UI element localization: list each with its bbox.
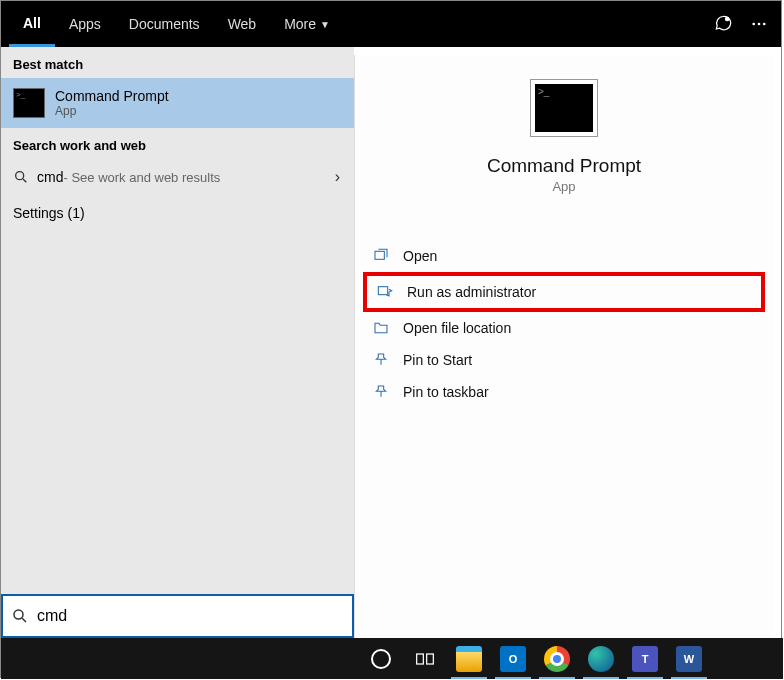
tab-all[interactable]: All [9,1,55,47]
tab-apps-label: Apps [69,16,101,32]
action-pin-to-taskbar[interactable]: Pin to taskbar [363,376,765,408]
svg-point-0 [726,17,729,20]
action-pin-to-start[interactable]: Pin to Start [363,344,765,376]
more-options-icon[interactable] [745,10,773,38]
cortana-button[interactable] [359,638,403,679]
taskbar-chrome[interactable] [535,638,579,679]
word-icon: W [676,646,702,672]
taskbar-edge[interactable] [579,638,623,679]
svg-line-5 [23,179,26,182]
cortana-icon [371,649,391,669]
search-web-result[interactable]: cmd - See work and web results › [1,159,354,195]
taskbar-teams[interactable]: T [623,638,667,679]
settings-label: Settings (1) [13,205,85,221]
chevron-down-icon: ▼ [320,19,330,30]
command-prompt-icon [13,88,45,118]
tab-web[interactable]: Web [214,1,271,47]
app-large-icon [530,79,598,137]
preview-panel: Command Prompt App Open Run as administr… [354,55,773,669]
pin-icon [373,384,389,400]
action-pin-taskbar-label: Pin to taskbar [403,384,489,400]
outlook-icon: O [500,646,526,672]
svg-rect-10 [417,654,424,664]
action-run-admin-label: Run as administrator [407,284,536,300]
action-list: Open Run as administrator Open file loca… [355,240,773,408]
search-work-web-label: Search work and web [1,128,354,159]
feedback-icon[interactable] [709,10,737,38]
tab-more-label: More [284,16,316,32]
results-panel: Best match Command Prompt App Search wor… [1,47,354,677]
svg-rect-7 [378,287,387,295]
action-open-file-location[interactable]: Open file location [363,312,765,344]
action-run-as-admin[interactable]: Run as administrator [363,272,765,312]
result-title: Command Prompt [55,88,169,104]
task-view-button[interactable] [403,638,447,679]
search-icon [11,607,29,625]
svg-line-9 [22,618,26,622]
action-pin-start-label: Pin to Start [403,352,472,368]
chrome-icon [544,646,570,672]
app-title: Command Prompt [487,155,641,177]
taskbar: O T W [1,638,783,679]
tab-all-label: All [23,15,41,31]
search-tab-bar: All Apps Documents Web More▼ [1,1,781,47]
settings-result[interactable]: Settings (1) [1,195,354,231]
pin-icon [373,352,389,368]
tab-web-label: Web [228,16,257,32]
taskbar-word[interactable]: W [667,638,711,679]
tab-documents-label: Documents [129,16,200,32]
chevron-right-icon: › [335,168,340,186]
file-explorer-icon [456,646,482,672]
open-icon [373,248,389,264]
search-input[interactable] [37,596,352,636]
svg-rect-11 [427,654,434,664]
taskbar-outlook[interactable]: O [491,638,535,679]
search-icon [13,169,29,185]
task-view-icon [415,649,435,669]
edge-icon [588,646,614,672]
result-sub: App [55,104,169,118]
svg-point-1 [752,23,755,26]
action-open-loc-label: Open file location [403,320,511,336]
search-box[interactable] [1,594,354,638]
search-tail-text: - See work and web results [63,170,220,185]
action-open[interactable]: Open [363,240,765,272]
app-subtitle: App [552,179,575,194]
folder-icon [373,320,389,336]
search-query-text: cmd [37,169,63,185]
tab-documents[interactable]: Documents [115,1,214,47]
svg-point-2 [758,23,761,26]
svg-rect-6 [375,251,384,259]
taskbar-file-explorer[interactable] [447,638,491,679]
svg-point-4 [16,172,24,180]
action-open-label: Open [403,248,437,264]
svg-point-3 [763,23,766,26]
svg-point-8 [14,610,23,619]
tab-more[interactable]: More▼ [270,1,344,47]
tab-apps[interactable]: Apps [55,1,115,47]
shield-icon [377,284,393,300]
best-match-label: Best match [1,47,354,78]
teams-icon: T [632,646,658,672]
result-command-prompt[interactable]: Command Prompt App [1,78,354,128]
